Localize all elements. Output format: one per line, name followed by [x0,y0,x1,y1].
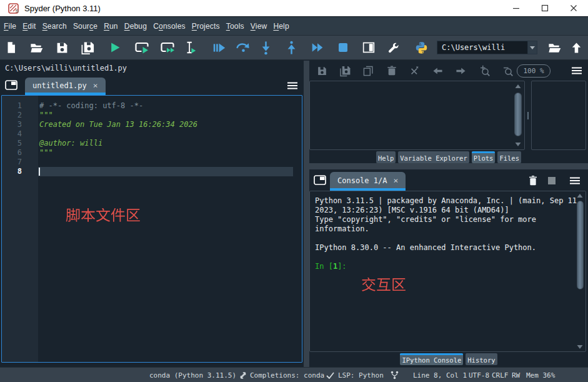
run-selection-icon [184,41,197,54]
save-all-button[interactable] [75,38,101,58]
code-area[interactable]: # -*- coding: utf-8 -*- """ Created on T… [38,96,302,362]
menu-tools[interactable]: Tools [223,22,247,31]
browse-tabs-button[interactable] [4,78,19,93]
menu-search[interactable]: Search [39,22,70,31]
scroll-up-icon[interactable] [515,84,521,89]
console-output[interactable]: Python 3.11.5 | packaged by Anaconda, In… [309,191,586,352]
editor-tab-label: untitled1.py [32,81,87,90]
menu-projects[interactable]: Projects [189,22,223,31]
close-button[interactable] [559,0,588,16]
scrollbar-thumb[interactable] [514,93,522,136]
console-line [315,253,586,262]
horizontal-splitter[interactable] [309,163,588,169]
maximize-button[interactable] [531,0,559,16]
save-plot-button[interactable] [311,63,334,79]
editor-tab-untitled1[interactable]: untitled1.py × [25,78,106,95]
tab-help[interactable]: Help [376,151,396,163]
code-line-5: @author: willi [38,139,302,148]
scroll-down-icon[interactable] [515,142,521,147]
main-toolbar: C:\Users\willi [0,36,588,60]
console-browse-tabs-button[interactable] [314,174,327,188]
new-file-button[interactable] [0,38,24,58]
scroll-up-icon[interactable] [577,193,583,198]
pythonpath-manager-button[interactable] [409,38,434,58]
statusbar: conda (Python 3.11.5) Completions: conda… [0,367,588,382]
run-selection-button[interactable] [177,38,203,58]
tab-ipython-console[interactable]: IPython Console [400,353,463,365]
next-plot-button[interactable] [449,63,472,79]
menu-view[interactable]: View [247,22,271,31]
checkmark-icon [326,368,334,382]
editor-options-button[interactable] [286,79,299,92]
tab-files[interactable]: Files [497,151,521,163]
maximize-pane-button[interactable] [356,38,381,58]
open-file-button[interactable] [24,38,49,58]
scroll-down-icon[interactable] [577,344,583,349]
working-directory-combo[interactable]: C:\Users\willi [437,41,537,54]
menu-source[interactable]: Source [70,22,101,31]
tab-active-accent [472,151,496,153]
step-into-button[interactable] [253,38,279,58]
status-encoding: UTF-8 [469,368,489,382]
parent-directory-button[interactable] [564,38,588,58]
menu-file[interactable]: File [1,22,19,31]
menu-help[interactable]: Help [270,22,292,31]
scrollbar-thumb[interactable] [577,201,584,289]
menu-run[interactable]: Run [101,22,121,31]
combo-dropdown-arrow[interactable] [527,41,537,54]
tab-history[interactable]: History [466,353,497,365]
zoom-in-icon [479,65,490,76]
run-cell-advance-button[interactable] [154,38,180,58]
tab-variable-explorer[interactable]: Variable Explorer [398,151,469,163]
console-annotation-text [361,278,406,293]
console-options-button[interactable] [566,174,584,188]
run-cell-button[interactable] [129,38,154,58]
save-button[interactable] [49,38,75,58]
minimize-button[interactable] [502,0,531,16]
console-scrollbar[interactable] [575,192,585,351]
plot-thumbnails-area [531,81,586,150]
editor-tab-close-icon[interactable]: × [93,81,98,89]
console-tab-close-icon[interactable]: × [393,176,398,184]
save-all-plots-icon [339,65,351,77]
code-line-2: """ [38,111,302,120]
status-lsp: LSP: Python [338,368,384,382]
run-current-line-button[interactable] [230,38,256,58]
line-number: 6 [2,148,38,158]
copy-plot-button[interactable] [357,63,380,79]
zoom-out-button[interactable] [496,63,519,79]
console-line: Type "copyright", "credits" or "license"… [315,215,586,224]
vertical-splitter[interactable] [304,61,309,367]
console-tab[interactable]: Console 1/A × [330,172,406,191]
console-line: IPython 8.30.0 -- An enhanced Interactiv… [315,243,586,253]
preferences-button[interactable] [380,38,406,58]
code-editor[interactable]: 1 2 3 4 5 6 7 8 # -*- coding: utf-8 -*- … [1,95,302,363]
trash-icon [528,175,538,186]
zoom-in-button[interactable] [472,63,496,79]
previous-plot-button[interactable] [426,63,449,79]
save-all-plots-button[interactable] [334,63,357,79]
menu-consoles[interactable]: Consoles [150,22,189,31]
continue-button[interactable] [304,38,330,58]
hamburger-icon [572,67,582,74]
stop-current-command-button[interactable] [542,174,561,188]
plots-inner-splitter[interactable] [525,81,531,150]
plots-scrollbar[interactable] [512,83,523,148]
menu-edit[interactable]: Edit [19,22,39,31]
save-icon [56,41,69,54]
code-line-1: # -*- coding: utf-8 -*- [38,101,302,111]
remove-plot-button[interactable] [380,63,403,79]
plots-options-button[interactable] [571,64,583,77]
debug-file-button[interactable] [206,38,232,58]
tab-plots[interactable]: Plots [472,151,496,163]
console-prompt: In [1]: [315,262,586,271]
console-bottom-tabs: IPython Console History [309,352,588,367]
stop-debugging-button[interactable] [330,38,356,58]
run-file-button[interactable] [102,38,127,58]
remove-all-plots-button[interactable] [403,63,426,79]
remove-all-variables-button[interactable] [524,174,542,188]
left-arrow-icon [432,66,443,76]
menu-debug[interactable]: Debug [121,22,150,31]
hamburger-icon [287,82,297,89]
step-return-button[interactable] [279,38,304,58]
